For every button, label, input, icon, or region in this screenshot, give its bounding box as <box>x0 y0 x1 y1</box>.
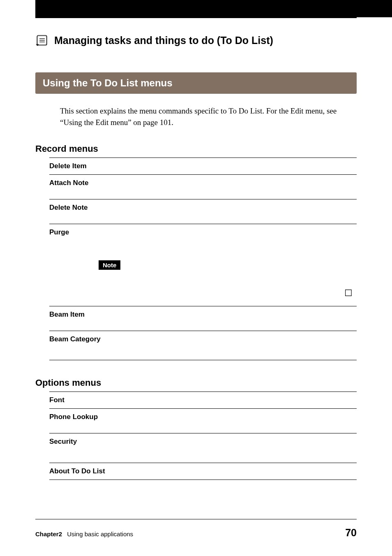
menu-row-about-to-do-list: About To Do List <box>49 463 357 480</box>
menu-label: Attach Note <box>49 179 88 187</box>
menu-row-security: Security <box>49 433 357 463</box>
menu-row-purge: Purge Note ☐ <box>49 224 357 306</box>
menu-label: Beam Category <box>49 335 101 343</box>
record-menus-table: Delete Item Attach Note Delete Note Purg… <box>49 158 357 360</box>
footer-chapter: Chapter2 <box>35 531 62 537</box>
menu-row-font: Font <box>49 392 357 408</box>
note-tag: Note <box>99 260 120 270</box>
menu-label: Beam Item <box>49 310 85 318</box>
options-menus-heading: Options menus <box>35 378 357 388</box>
menu-label: Delete Note <box>49 204 88 211</box>
page-title-row: Managing tasks and things to do (To Do L… <box>35 34 357 47</box>
footer-page-number: 70 <box>345 527 357 539</box>
section-intro: This section explains the menu commands … <box>60 105 357 128</box>
page-footer: Chapter2 Using basic applications 70 <box>35 519 357 539</box>
section-heading: Using the To Do List menus <box>35 72 357 94</box>
menu-label: Security <box>49 438 77 445</box>
page-title: Managing tasks and things to do (To Do L… <box>54 35 273 46</box>
menu-label: About To Do List <box>49 467 105 475</box>
checkbox-icon: ☐ <box>344 288 353 299</box>
menu-row-phone-lookup: Phone Lookup <box>49 408 357 433</box>
menu-row-delete-note: Delete Note <box>49 199 357 224</box>
menu-label: Font <box>49 396 65 404</box>
top-black-bar <box>35 0 392 17</box>
menu-row-attach-note: Attach Note <box>49 174 357 199</box>
menu-label: Delete Item <box>49 162 87 170</box>
page-content: Managing tasks and things to do (To Do L… <box>0 18 392 480</box>
footer-left: Chapter2 Using basic applications <box>35 531 133 537</box>
record-menus-heading: Record menus <box>35 144 357 154</box>
menu-row-beam-item: Beam Item <box>49 306 357 331</box>
todo-list-icon <box>35 34 48 47</box>
menu-label: Purge <box>49 228 69 236</box>
footer-section: Using basic applications <box>67 531 133 537</box>
menu-row-beam-category: Beam Category <box>49 331 357 360</box>
menu-label: Phone Lookup <box>49 413 98 421</box>
menu-row-delete-item: Delete Item <box>49 158 357 174</box>
options-menus-table: Font Phone Lookup Security About To Do L… <box>49 392 357 480</box>
